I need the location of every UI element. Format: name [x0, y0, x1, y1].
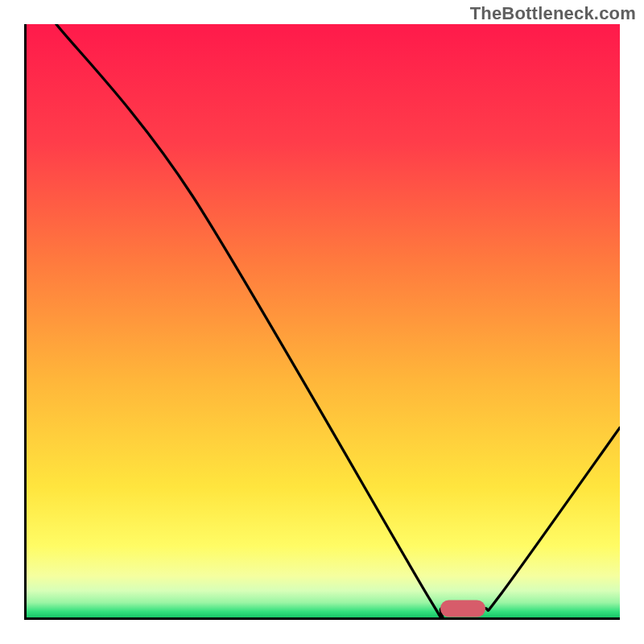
watermark-label: TheBottleneck.com — [470, 3, 636, 24]
bottleneck-curve — [27, 24, 620, 617]
chart-stage: TheBottleneck.com — [0, 0, 644, 644]
optimal-marker — [440, 600, 485, 617]
plot-area — [24, 24, 620, 620]
